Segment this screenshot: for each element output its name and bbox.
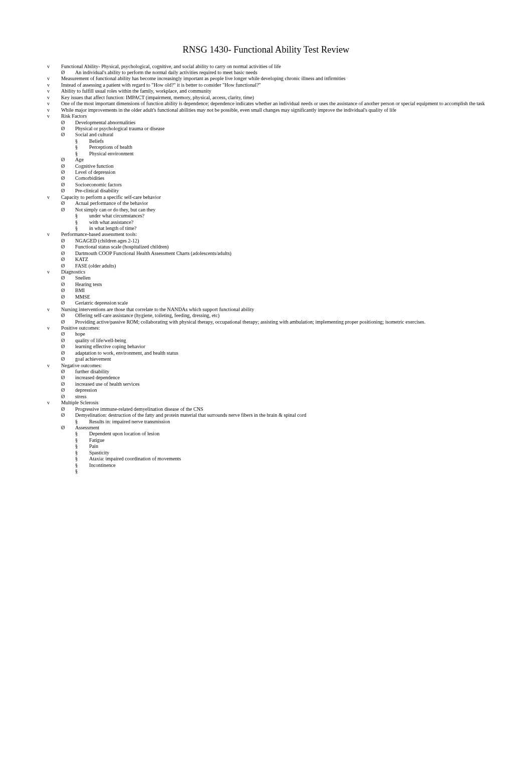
- outline-item: §Incontinence: [47, 462, 485, 468]
- outline-item: ØFASE (older adults): [47, 263, 485, 269]
- outline-item: ØPhysical or psychological trauma or dis…: [47, 126, 485, 132]
- outline-list-lvl1: Øgoal achievement: [47, 356, 485, 362]
- outline-list-lvl0: vInstead of assessing a patient with reg…: [47, 82, 485, 88]
- outline-text: increased dependence: [75, 375, 120, 380]
- outline-item: Øhope: [47, 331, 485, 337]
- outline-item: vDiagnostics: [47, 269, 485, 275]
- bullet-lvl0: v: [47, 269, 61, 275]
- outline-list-lvl2: §Incontinence: [47, 462, 485, 468]
- bullet-lvl1: Ø: [61, 338, 75, 344]
- outline-list-lvl0: vCapacity to perform a specific self-car…: [47, 194, 485, 200]
- outline-item: ØSnellen: [47, 275, 485, 281]
- outline-list-lvl1: ØActual performance of the behavior: [47, 200, 485, 206]
- outline-list-lvl1: ØDemyelination: destruction of the fatty…: [47, 412, 485, 418]
- outline-item: ØFunctional status scale (hospitalized c…: [47, 244, 485, 250]
- outline-list-lvl2: §Ataxia: impaired coordination of moveme…: [47, 456, 485, 462]
- outline-list-lvl1: Øfurther disability: [47, 369, 485, 375]
- bullet-lvl0: v: [47, 231, 61, 237]
- outline-text: Level of depression: [75, 169, 115, 175]
- outline-text: Social and cultural: [75, 132, 113, 137]
- outline-item: ØLevel of depression: [47, 169, 485, 175]
- outline-list-lvl2: §Perceptions of health: [47, 144, 485, 150]
- outline-text: Geriatric depression scale: [75, 300, 128, 306]
- outline-list-lvl1: ØPre-clinical disability: [47, 188, 485, 194]
- outline-list-lvl1: ØKATZ: [47, 256, 485, 263]
- outline-item: ØNot simply can or do they, but can they: [47, 207, 485, 213]
- bullet-lvl0: v: [47, 113, 61, 119]
- outline-item: Øgoal achievement: [47, 356, 485, 362]
- outline-list-lvl1: Øincreased use of health services: [47, 381, 485, 387]
- bullet-lvl0: v: [47, 107, 61, 113]
- outline-text: KATZ: [75, 256, 88, 262]
- outline-item: §in what length of time?: [47, 225, 485, 231]
- outline-text: Positive outcomes:: [61, 325, 100, 331]
- outline-item: §Fatigue: [47, 437, 485, 443]
- outline-item: vNursing interventions are those that co…: [47, 307, 485, 313]
- outline-text: Spasticity: [89, 450, 109, 455]
- outline-item: ØActual performance of the behavior: [47, 200, 485, 206]
- outline-text: FASE (older adults): [75, 263, 116, 269]
- bullet-lvl1: Ø: [61, 120, 75, 126]
- outline-list-lvl2: §Beliefs: [47, 138, 485, 144]
- bullet-lvl1: Ø: [61, 406, 75, 412]
- outline-item: ØCognitive function: [47, 163, 485, 169]
- bullet-lvl1: Ø: [61, 169, 75, 175]
- outline-item: vFunctional Ability- Physical, psycholog…: [47, 64, 485, 70]
- bullet-lvl2: §: [75, 443, 89, 449]
- outline-list-lvl1: Øincreased dependence: [47, 375, 485, 381]
- outline-list-lvl2: §Results in: impaired nerve transmission: [47, 419, 485, 425]
- outline-list-lvl0: vMultiple Sclerosis: [47, 400, 485, 406]
- outline-text: Age: [75, 157, 84, 162]
- bullet-lvl1: Ø: [61, 300, 75, 306]
- outline-list-lvl0: vKey issues that affect function: IMPACT…: [47, 95, 485, 101]
- outline-text: Capacity to perform a specific self-care…: [61, 194, 161, 200]
- outline-item: ØAge: [47, 157, 485, 163]
- outline-text: quality of life/well-being: [75, 338, 126, 343]
- bullet-lvl1: Ø: [61, 350, 75, 356]
- bullet-lvl1: Ø: [61, 356, 75, 362]
- bullet-lvl1: Ø: [61, 331, 75, 337]
- bullet-lvl1: Ø: [61, 132, 75, 138]
- outline-text: Dependent upon location of lesion: [89, 431, 159, 436]
- outline-text: Pre-clinical disability: [75, 188, 119, 193]
- outline-list-lvl0: vMeasurement of functional ability has b…: [47, 76, 485, 82]
- outline-list-lvl2: §under what circumstances?: [47, 213, 485, 219]
- page-title: RNSG 1430- Functional Ability Test Revie…: [47, 44, 485, 56]
- outline-text: Instead of assessing a patient with rega…: [61, 82, 261, 88]
- outline-item: ØAn individual's ability to perform the …: [47, 70, 485, 76]
- outline-list-lvl1: Ølearning effective coping behavior: [47, 344, 485, 350]
- outline-list-lvl1: ØDartmouth COOP Functional Health Assess…: [47, 250, 485, 256]
- outline-text: Ataxia: impaired coordination of movemen…: [89, 456, 181, 461]
- outline-text: Comorbidities: [75, 175, 104, 181]
- bullet-lvl1: Ø: [61, 263, 75, 269]
- bullet-lvl1: Ø: [61, 244, 75, 250]
- outline-list-lvl1: ØProgressive immune-related demyelinatio…: [47, 406, 485, 412]
- outline-list-lvl1: ØSocioeconomic factors: [47, 182, 485, 188]
- outline-text: stress: [75, 394, 87, 399]
- bullet-lvl0: v: [47, 363, 61, 369]
- bullet-lvl1: Ø: [61, 369, 75, 375]
- outline-item: ØDemyelination: destruction of the fatty…: [47, 412, 485, 418]
- outline-list-lvl2: §in what length of time?: [47, 225, 485, 231]
- outline-text: hope: [75, 331, 85, 337]
- outline-text: Providing active/passive ROM; collaborat…: [75, 319, 425, 325]
- outline-text: Socioeconomic factors: [75, 182, 122, 187]
- outline-item: Øfurther disability: [47, 369, 485, 375]
- bullet-lvl1: Ø: [61, 425, 75, 431]
- outline-text: Results in: impaired nerve transmission: [89, 419, 170, 424]
- outline-list-lvl0: vNursing interventions are those that co…: [47, 307, 485, 313]
- bullet-lvl1: Ø: [61, 294, 75, 300]
- bullet-lvl1: Ø: [61, 157, 75, 163]
- outline-item: §Results in: impaired nerve transmission: [47, 419, 485, 425]
- outline-list-lvl2: §Pain: [47, 443, 485, 449]
- outline-list-lvl1: ØCognitive function: [47, 163, 485, 169]
- bullet-lvl2: §: [75, 437, 89, 443]
- outline-list-lvl1: ØMMSE: [47, 294, 485, 300]
- outline-item: ØKATZ: [47, 256, 485, 263]
- outline-list-lvl2: §Physical environment: [47, 151, 485, 157]
- outline-item: vCapacity to perform a specific self-car…: [47, 194, 485, 200]
- outline-item: ØHearing tests: [47, 282, 485, 288]
- outline-list-lvl1: ØBMI: [47, 288, 485, 294]
- outline-text: Multiple Sclerosis: [61, 400, 98, 405]
- outline-text: with what assistance?: [89, 219, 133, 225]
